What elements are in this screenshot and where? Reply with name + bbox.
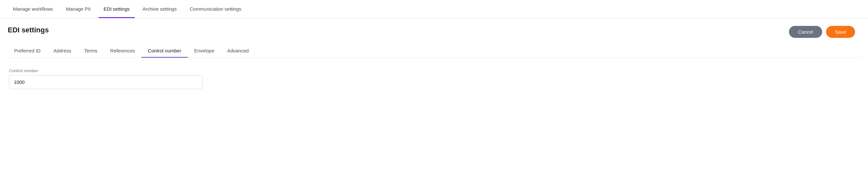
- sub-tab-control-number[interactable]: Control number: [141, 43, 187, 58]
- nav-item-archive-settings[interactable]: Archive settings: [137, 0, 182, 18]
- control-number-label: Control number: [9, 68, 203, 73]
- nav-item-edi-settings[interactable]: EDI settings: [98, 0, 135, 18]
- top-nav: Manage workflowsManage PIIEDI settingsAr…: [0, 0, 868, 18]
- control-number-group: Control number: [9, 68, 203, 89]
- sub-tab-references[interactable]: References: [104, 43, 142, 58]
- sub-tab-preferred-id[interactable]: Preferred ID: [8, 43, 47, 58]
- action-buttons: Cancel Save: [789, 26, 855, 38]
- sub-tabs: Preferred IDAddressTermsReferencesContro…: [8, 43, 860, 58]
- nav-item-manage-workflows[interactable]: Manage workflows: [8, 0, 58, 18]
- sub-tab-address[interactable]: Address: [47, 43, 78, 58]
- page-title: EDI settings: [8, 26, 860, 34]
- sub-tab-advanced[interactable]: Advanced: [221, 43, 255, 58]
- sub-tab-envelope[interactable]: Envelope: [188, 43, 221, 58]
- form-section: Control number: [8, 68, 860, 89]
- sub-tab-terms[interactable]: Terms: [78, 43, 104, 58]
- nav-item-manage-pii[interactable]: Manage PII: [61, 0, 96, 18]
- cancel-button[interactable]: Cancel: [789, 26, 822, 38]
- page-content: EDI settings Cancel Save Preferred IDAdd…: [0, 18, 868, 97]
- save-button[interactable]: Save: [826, 26, 855, 38]
- control-number-input[interactable]: [9, 75, 203, 89]
- nav-item-communication-settings[interactable]: Communication settings: [185, 0, 247, 18]
